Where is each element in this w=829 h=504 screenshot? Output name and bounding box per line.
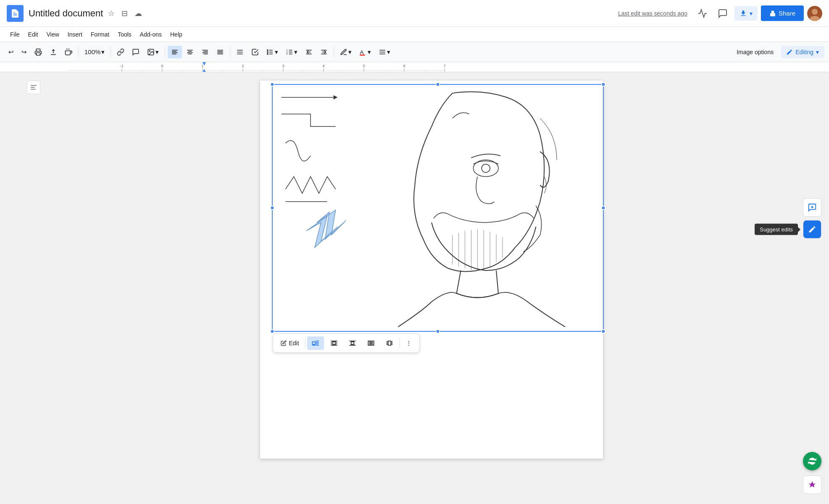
svg-text:5: 5 (363, 64, 365, 68)
svg-point-12 (150, 50, 150, 51)
user-avatar[interactable] (807, 6, 822, 21)
svg-rect-110 (332, 342, 335, 345)
redo-button[interactable]: ↪ (18, 46, 30, 58)
install-button[interactable]: ▾ (734, 6, 758, 21)
title-bar: Untitled document ☆ ⊟ ☁ Last edit was se… (0, 0, 829, 27)
numbered-list-button[interactable]: 1 2 3 ▾ (282, 46, 301, 58)
menu-insert[interactable]: Insert (64, 29, 86, 39)
svg-point-37 (267, 53, 268, 54)
svg-text:0: 0 (161, 64, 163, 68)
share-label: Share (779, 10, 795, 17)
ruler-canvas: -1 0 1 2 3 4 5 6 7 (67, 62, 445, 72)
insert-image-button[interactable]: ▾ (144, 46, 162, 58)
cloud-status-button[interactable]: ☁ (133, 7, 144, 20)
increase-indent-button[interactable] (317, 46, 331, 58)
sidebar-left (0, 72, 67, 504)
justify-button[interactable] (213, 46, 227, 58)
editing-mode-button[interactable]: Editing ▾ (781, 46, 824, 58)
svg-point-36 (267, 51, 268, 52)
analytics-button[interactable] (694, 5, 711, 22)
svg-point-35 (267, 50, 268, 50)
layout-wrap-button[interactable] (326, 336, 342, 350)
divider-3 (165, 46, 165, 58)
bullet-list-button[interactable]: ▾ (263, 46, 282, 58)
comments-button[interactable] (714, 5, 731, 22)
svg-point-5 (812, 9, 818, 15)
insert-link-button[interactable] (113, 46, 128, 58)
edit-label: Edit (289, 340, 299, 346)
layout-break-button[interactable] (344, 336, 361, 350)
resize-handle-mr[interactable] (601, 206, 605, 210)
bookmark-button[interactable]: ⊟ (120, 7, 129, 20)
decrease-indent-button[interactable] (302, 46, 316, 58)
align-left-button[interactable] (168, 46, 182, 58)
refresh-fab[interactable] (803, 452, 821, 470)
svg-rect-104 (312, 342, 315, 345)
right-panel: Suggest edits (795, 72, 829, 504)
align-center-button[interactable] (183, 46, 197, 58)
menu-bar: File Edit View Insert Format Tools Add-o… (0, 27, 829, 42)
resize-handle-br[interactable] (601, 329, 605, 333)
layout-inline-button[interactable] (307, 336, 324, 350)
more-toolbar-button[interactable]: ▾ (375, 46, 394, 58)
image-options-button[interactable]: Image options (732, 46, 779, 58)
menu-edit[interactable]: Edit (25, 29, 42, 39)
suggest-edits-button[interactable] (803, 220, 821, 239)
checklist-button[interactable] (248, 46, 262, 58)
menu-file[interactable]: File (7, 29, 23, 39)
menu-help[interactable]: Help (167, 29, 186, 39)
menu-tools[interactable]: Tools (114, 29, 135, 39)
more-options-button[interactable]: ⋮ (402, 337, 416, 349)
add-comment-panel-button[interactable] (803, 198, 821, 217)
ai-assist-button[interactable] (803, 475, 821, 494)
divider-5 (334, 46, 334, 58)
paint-format-button[interactable] (61, 46, 76, 58)
main-area: Edit (0, 72, 829, 504)
document-title[interactable]: Untitled document (29, 8, 103, 19)
document-page: Edit (260, 81, 603, 459)
menu-view[interactable]: View (43, 29, 63, 39)
resize-handle-tc[interactable] (436, 82, 440, 87)
svg-text:7: 7 (443, 64, 445, 68)
menu-format[interactable]: Format (87, 29, 113, 39)
spellcheck-button[interactable] (46, 46, 61, 58)
svg-rect-117 (351, 342, 354, 345)
highlight-button[interactable]: ▾ (337, 46, 355, 58)
comment-button[interactable] (129, 46, 143, 58)
star-button[interactable]: ☆ (106, 7, 116, 20)
resize-handle-tr[interactable] (601, 82, 605, 87)
header-right-area: ▾ Share (694, 5, 822, 22)
resize-handle-ml[interactable] (270, 206, 274, 210)
image-container[interactable]: Edit (272, 84, 604, 332)
outline-icon[interactable] (27, 81, 40, 94)
title-icons: ☆ ⊟ ☁ (106, 7, 144, 20)
align-right-button[interactable] (198, 46, 212, 58)
undo-button[interactable]: ↩ (5, 46, 17, 58)
svg-text:2: 2 (242, 64, 244, 68)
layout-behind-button[interactable] (363, 336, 379, 350)
line-spacing-button[interactable] (233, 46, 247, 58)
last-edit-text[interactable]: Last edit was seconds ago (618, 10, 687, 17)
svg-rect-87 (273, 85, 603, 331)
svg-rect-51 (360, 55, 365, 55)
zoom-button[interactable]: 100% ▾ (81, 46, 108, 58)
suggest-tooltip: Suggest edits (755, 224, 798, 235)
layout-front-button[interactable] (381, 336, 398, 350)
document-title-area: Untitled document ☆ ⊟ ☁ (29, 7, 144, 20)
resize-handle-bc[interactable] (436, 329, 440, 333)
image-bottom-toolbar: Edit (273, 333, 420, 353)
content-area: Edit (67, 72, 795, 504)
resize-handle-bl[interactable] (270, 329, 274, 333)
divider-4 (230, 46, 230, 58)
menu-addons[interactable]: Add-ons (137, 29, 165, 39)
resize-handle-tl[interactable] (270, 82, 274, 87)
svg-text:3: 3 (282, 64, 284, 68)
text-color-button[interactable]: A ▾ (356, 46, 374, 58)
svg-text:4: 4 (322, 64, 324, 68)
print-button[interactable] (31, 46, 45, 58)
share-button[interactable]: Share (761, 5, 804, 21)
divider-2 (111, 46, 111, 58)
svg-text:A: A (360, 49, 364, 55)
edit-image-button[interactable]: Edit (276, 337, 303, 349)
drawing-canvas (273, 85, 603, 331)
